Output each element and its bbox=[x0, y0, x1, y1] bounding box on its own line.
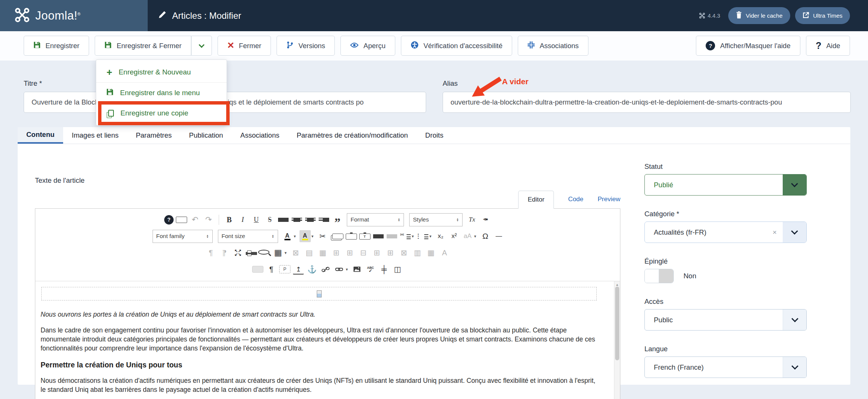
numbered-list-caret-icon[interactable]: ▾ bbox=[411, 230, 415, 242]
print-icon[interactable] bbox=[246, 252, 257, 255]
spellcheck-icon[interactable]: ABC✓ bbox=[365, 263, 376, 275]
merge-cells-icon[interactable]: ▦ bbox=[425, 247, 437, 259]
accessibility-check-button[interactable]: Vérification d'accessibilité bbox=[401, 36, 512, 56]
highlight-color-caret-icon[interactable]: ▾ bbox=[310, 230, 315, 242]
save-options-toggle-button[interactable] bbox=[191, 36, 212, 56]
format-painter-icon[interactable]: ✒ bbox=[480, 214, 491, 226]
special-character-icon[interactable]: Ω bbox=[480, 230, 491, 242]
paste-icon[interactable] bbox=[346, 234, 357, 240]
language-select[interactable]: French (France) bbox=[644, 357, 807, 378]
align-left-icon[interactable] bbox=[305, 217, 316, 223]
delete-column-icon[interactable]: ⊠ bbox=[398, 247, 410, 259]
view-tab-preview[interactable]: Preview bbox=[598, 196, 620, 209]
delete-row-icon[interactable]: ⊟ bbox=[358, 247, 369, 259]
table-icon[interactable]: ▦ bbox=[272, 247, 284, 259]
clear-selection-icon[interactable]: × bbox=[773, 228, 777, 237]
toggle-help-button[interactable]: ? Afficher/Masquer l'aide bbox=[696, 36, 800, 56]
link-icon[interactable] bbox=[334, 263, 345, 275]
strikethrough-icon[interactable]: S bbox=[264, 214, 275, 226]
readmore-separator[interactable] bbox=[41, 287, 597, 300]
insert-column-right-icon[interactable]: ⊞ bbox=[385, 247, 396, 259]
split-cells-icon[interactable]: ▥ bbox=[412, 247, 423, 259]
paragraph-mark-icon[interactable]: ¶ bbox=[266, 263, 277, 275]
link-caret-icon[interactable]: ▾ bbox=[345, 263, 349, 275]
readmore-icon[interactable]: ╪ bbox=[378, 263, 390, 275]
image-icon[interactable] bbox=[351, 263, 363, 275]
search-icon[interactable] bbox=[258, 250, 269, 255]
tab-parametres-creation[interactable]: Paramètres de création/modification bbox=[288, 127, 416, 144]
menu-item-save-in-menu[interactable]: Enregistrer dans le menu bbox=[96, 82, 227, 103]
superscript-icon[interactable]: x² bbox=[449, 230, 460, 242]
anchor-icon[interactable]: ⚓ bbox=[306, 263, 318, 275]
styles-select[interactable]: Styles▲▼ bbox=[409, 213, 463, 226]
paragraph-rtl-icon[interactable]: ¶ bbox=[219, 247, 230, 259]
subscript-icon[interactable]: x₂ bbox=[435, 230, 446, 242]
visual-characters-icon[interactable]: A bbox=[439, 247, 450, 259]
text-color-icon[interactable]: A bbox=[282, 230, 293, 242]
insert-row-above-icon[interactable]: ⊞ bbox=[331, 247, 342, 259]
horizontal-rule-icon[interactable]: — bbox=[493, 230, 505, 242]
undo-icon[interactable]: ↶ bbox=[189, 214, 201, 226]
table-caret-icon[interactable]: ▾ bbox=[283, 247, 288, 259]
editor-help-icon[interactable]: ? bbox=[164, 215, 174, 225]
site-preview-button[interactable]: Ultra Times bbox=[795, 7, 850, 24]
show-blocks-icon[interactable] bbox=[252, 266, 263, 273]
new-document-icon[interactable] bbox=[176, 217, 187, 223]
tab-parametres[interactable]: Paramètres bbox=[127, 127, 180, 144]
italic-icon[interactable]: I bbox=[237, 214, 248, 226]
chevron-down-icon[interactable] bbox=[783, 309, 806, 330]
associations-button[interactable]: Associations bbox=[518, 36, 588, 56]
align-right-icon[interactable] bbox=[318, 217, 330, 223]
unlink-icon[interactable] bbox=[320, 263, 331, 275]
editor-scrollbar[interactable]: ▲ bbox=[614, 281, 620, 399]
view-tab-code[interactable]: Code bbox=[568, 196, 584, 209]
page-break-icon[interactable]: ◫ bbox=[392, 263, 403, 275]
redo-icon[interactable]: ↷ bbox=[203, 214, 214, 226]
outdent-icon[interactable] bbox=[386, 234, 398, 239]
menu-item-save-copy[interactable]: Enregistrer une copie bbox=[96, 103, 227, 123]
bullet-list-icon[interactable] bbox=[417, 234, 429, 239]
paste-as-text-icon[interactable] bbox=[359, 234, 370, 240]
highlight-color-icon[interactable]: A bbox=[299, 230, 311, 242]
table-cell-properties-icon[interactable]: ▦ bbox=[317, 247, 328, 259]
block-paragraph-icon[interactable]: P bbox=[279, 265, 290, 273]
access-select[interactable]: Public bbox=[644, 309, 807, 331]
copy-icon[interactable] bbox=[332, 234, 343, 239]
insert-column-left-icon[interactable]: ⊞ bbox=[371, 247, 383, 259]
save-button[interactable]: Enregistrer bbox=[24, 36, 89, 56]
cut-icon[interactable]: ✂ bbox=[317, 230, 328, 242]
bullet-list-caret-icon[interactable]: ▾ bbox=[428, 230, 433, 242]
status-select[interactable]: Publié bbox=[644, 174, 807, 196]
alias-input[interactable] bbox=[443, 92, 851, 113]
chevron-down-icon[interactable] bbox=[783, 222, 806, 243]
category-select[interactable]: Actualités (fr-FR) × bbox=[644, 221, 807, 243]
table-row-properties-icon[interactable]: ▤ bbox=[304, 247, 315, 259]
joomla-logo[interactable]: Joomla!® bbox=[0, 0, 148, 31]
font-family-select[interactable]: Font family▲▼ bbox=[153, 230, 213, 243]
chevron-down-icon[interactable] bbox=[783, 357, 806, 378]
featured-toggle[interactable] bbox=[644, 269, 674, 283]
text-color-caret-icon[interactable]: ▾ bbox=[293, 230, 297, 242]
fullscreen-icon[interactable]: ↖↗↙↘ bbox=[232, 247, 243, 259]
format-select[interactable]: Format▲▼ bbox=[347, 213, 404, 226]
save-close-button[interactable]: Enregistrer & Fermer bbox=[95, 36, 191, 56]
align-center-icon[interactable] bbox=[291, 217, 302, 223]
preview-button[interactable]: Aperçu bbox=[340, 36, 395, 56]
blockquote-icon[interactable]: ” bbox=[332, 214, 343, 226]
bold-icon[interactable]: B bbox=[224, 214, 235, 226]
tab-contenu[interactable]: Contenu bbox=[18, 127, 63, 144]
change-case-caret-icon[interactable]: ▾ bbox=[473, 230, 478, 242]
insert-row-below-icon[interactable]: ⊞ bbox=[344, 247, 355, 259]
close-button[interactable]: × Fermer bbox=[218, 36, 271, 56]
numbered-list-icon[interactable] bbox=[400, 234, 411, 239]
tab-associations[interactable]: Associations bbox=[232, 127, 288, 144]
align-justify-icon[interactable] bbox=[278, 217, 289, 223]
change-case-icon[interactable]: aA bbox=[462, 230, 473, 242]
versions-button[interactable]: Versions bbox=[277, 36, 335, 56]
editor-canvas[interactable]: Nous ouvrons les portes à la création de… bbox=[35, 281, 620, 399]
underline-icon[interactable]: U bbox=[251, 214, 262, 226]
menu-item-save-new[interactable]: + Enregistrer & Nouveau bbox=[96, 62, 227, 82]
import-upload-icon[interactable]: ↥ bbox=[293, 265, 304, 275]
clear-formatting-icon[interactable]: Tx bbox=[466, 214, 478, 226]
delete-table-icon[interactable]: ⊠ bbox=[290, 247, 301, 259]
